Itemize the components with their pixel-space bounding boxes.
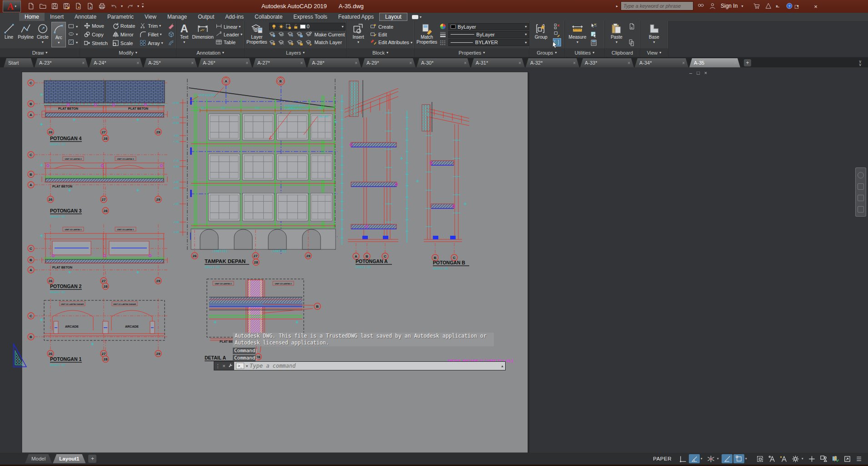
workspace-switching-gear[interactable] bbox=[790, 454, 801, 463]
tab-parametric[interactable]: Parametric bbox=[102, 13, 139, 21]
new-layout-button[interactable]: + bbox=[88, 455, 96, 463]
isolate-objects-toggle[interactable] bbox=[818, 454, 829, 463]
close-tab-icon[interactable]: × bbox=[300, 61, 303, 66]
object-snap-tracking-toggle[interactable] bbox=[722, 454, 733, 463]
rotate-button[interactable]: Rotate bbox=[112, 22, 135, 30]
sign-in-button[interactable]: Sign In bbox=[721, 3, 738, 9]
close-tab-icon[interactable]: × bbox=[191, 61, 194, 66]
publish-button[interactable] bbox=[85, 1, 95, 10]
array-caret[interactable]: ▾ bbox=[161, 41, 163, 45]
sign-in-caret[interactable]: ▾ bbox=[741, 4, 743, 8]
layer-thaw-icon[interactable] bbox=[287, 39, 294, 46]
command-input[interactable] bbox=[250, 363, 499, 369]
layer-unisolate-icon[interactable] bbox=[278, 39, 285, 46]
quick-select-icon[interactable] bbox=[590, 23, 597, 30]
model-tab[interactable]: Model bbox=[25, 454, 52, 463]
file-tab-a26[interactable]: A-26*× bbox=[198, 58, 252, 67]
layer-off-icon[interactable] bbox=[269, 31, 276, 38]
tab-output[interactable]: Output bbox=[192, 13, 220, 21]
layer-freeze-icon[interactable] bbox=[287, 31, 294, 38]
edit-attributes-caret[interactable]: ▾ bbox=[411, 41, 412, 45]
block-create-button[interactable]: Create bbox=[378, 24, 393, 30]
tab-view[interactable]: View bbox=[139, 13, 162, 21]
fillet-caret[interactable]: ▾ bbox=[160, 32, 162, 36]
customize-wrench-icon[interactable] bbox=[228, 363, 233, 369]
scale-button[interactable]: Scale bbox=[112, 39, 135, 47]
copy-button[interactable]: Copy bbox=[84, 30, 108, 39]
close-tab-icon[interactable]: × bbox=[136, 61, 139, 66]
close-tab-icon[interactable]: × bbox=[627, 61, 630, 66]
app-logo-button[interactable]: A▾ bbox=[3, 0, 21, 12]
save-button[interactable] bbox=[50, 1, 59, 10]
tab-manage[interactable]: Manage bbox=[162, 13, 192, 21]
navigation-bar[interactable] bbox=[855, 167, 866, 217]
select-similar-icon[interactable] bbox=[590, 31, 597, 38]
paper-space-indicator[interactable]: PAPER bbox=[653, 456, 672, 461]
tab-layout[interactable]: Layout bbox=[379, 13, 407, 21]
orbit-icon[interactable] bbox=[858, 206, 864, 213]
move-button[interactable]: Move bbox=[84, 22, 108, 30]
tab-insert[interactable]: Insert bbox=[45, 13, 69, 21]
fillet-button[interactable]: Fillet▾ bbox=[140, 30, 163, 39]
layer-properties-button[interactable]: Layer Properties bbox=[246, 22, 267, 47]
pan-icon[interactable] bbox=[858, 183, 864, 190]
tab-express-tools[interactable]: Express Tools bbox=[288, 13, 332, 21]
object-color-select[interactable]: ByLayer▾ bbox=[448, 23, 529, 30]
command-input-area[interactable]: >_ ▾ ▴ bbox=[234, 362, 505, 370]
close-tab-icon[interactable]: × bbox=[246, 61, 248, 66]
base-caret[interactable]: ▾ bbox=[653, 40, 655, 45]
measure-caret[interactable]: ▾ bbox=[577, 40, 578, 45]
leader-caret[interactable]: ▾ bbox=[241, 32, 242, 36]
search-icon[interactable] bbox=[696, 1, 705, 10]
layer-select[interactable]: 0 ▾ bbox=[269, 23, 346, 30]
group-button[interactable]: Group bbox=[531, 22, 551, 47]
customization-menu-button[interactable]: ☰ bbox=[853, 454, 864, 463]
file-tab-a23[interactable]: A-23*× bbox=[35, 58, 88, 67]
file-tab-a31[interactable]: A-31*× bbox=[471, 58, 525, 67]
table-button[interactable] bbox=[216, 39, 222, 46]
linear-caret[interactable]: ▾ bbox=[239, 25, 241, 29]
lineweight-icon[interactable] bbox=[439, 31, 447, 38]
new-file-button[interactable] bbox=[26, 1, 35, 10]
tab-home[interactable]: Home bbox=[19, 13, 45, 21]
ellipse-button[interactable] bbox=[68, 30, 75, 38]
redo-button[interactable] bbox=[125, 1, 135, 10]
circle-button[interactable]: Circle▾ bbox=[35, 22, 50, 47]
polar-tracking-toggle[interactable] bbox=[689, 454, 700, 463]
match-properties-button[interactable]: Match Properties bbox=[416, 22, 437, 47]
ellipse-caret[interactable]: ▾ bbox=[76, 32, 78, 36]
insert-caret[interactable]: ▾ bbox=[357, 40, 359, 45]
rectangle-button[interactable] bbox=[68, 23, 75, 30]
explode-button[interactable] bbox=[168, 30, 175, 39]
cart-icon[interactable] bbox=[752, 1, 761, 10]
paste-button[interactable]: Paste▾ bbox=[607, 22, 627, 47]
linetype-icon[interactable] bbox=[439, 39, 447, 46]
file-tab-a30[interactable]: A-30*× bbox=[416, 58, 470, 67]
annotation-autoscale-toggle[interactable] bbox=[778, 454, 789, 463]
line-button[interactable]: Line bbox=[2, 22, 16, 47]
qat-menu-caret[interactable]: ▾ bbox=[142, 4, 144, 9]
graphics-performance-toggle[interactable] bbox=[830, 454, 841, 463]
dwg-close-icon[interactable]: × bbox=[704, 70, 707, 76]
file-tab-a35-active[interactable]: A-35× bbox=[689, 58, 740, 67]
navigation-wheel-icon[interactable] bbox=[858, 172, 864, 178]
panel-label-groups[interactable]: Groups▾ bbox=[529, 48, 564, 57]
print-button[interactable] bbox=[97, 1, 106, 10]
panel-label-annotation[interactable]: Annotation▾ bbox=[176, 48, 244, 57]
recent-commands-caret[interactable]: ▾ bbox=[246, 364, 248, 368]
file-tab-a34[interactable]: A-34*× bbox=[635, 58, 688, 67]
layer-unlock-icon[interactable] bbox=[296, 39, 303, 46]
isodraft-caret[interactable]: ▾ bbox=[717, 457, 721, 461]
circle-caret[interactable]: ▾ bbox=[42, 40, 44, 45]
plot-button[interactable] bbox=[74, 1, 83, 10]
save-as-button[interactable] bbox=[62, 1, 71, 10]
undo-button[interactable] bbox=[109, 1, 118, 10]
tab-annotate[interactable]: Annotate bbox=[69, 13, 102, 21]
close-tab-icon[interactable]: × bbox=[682, 61, 685, 66]
dwg-restore-icon[interactable]: □ bbox=[697, 70, 700, 76]
stretch-button[interactable]: Stretch bbox=[84, 39, 108, 47]
open-file-button[interactable] bbox=[38, 1, 47, 10]
grid-display-toggle[interactable] bbox=[677, 454, 688, 463]
tab-overflow-chevron[interactable]: ∨∨ bbox=[858, 60, 862, 66]
measure-button[interactable]: Measure▾ bbox=[567, 22, 588, 47]
